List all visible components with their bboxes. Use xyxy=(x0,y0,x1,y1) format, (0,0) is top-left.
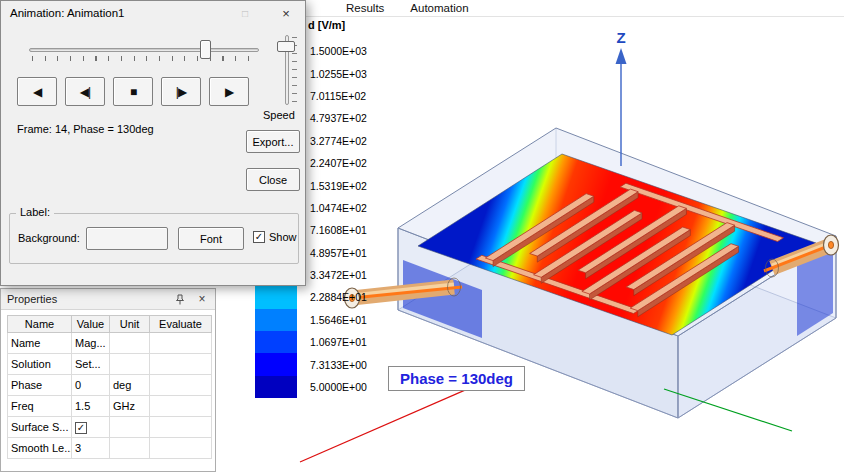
play-reverse-icon: ◀ xyxy=(33,85,41,99)
legend-entry: 1.0697E+01 xyxy=(255,331,455,353)
legend-value: 3.2774E+02 xyxy=(310,135,367,147)
frame-slider[interactable] xyxy=(27,39,261,65)
speed-slider[interactable] xyxy=(275,33,299,107)
property-unit xyxy=(110,354,150,375)
close-icon[interactable]: × xyxy=(277,5,295,21)
z-axis-label: Z xyxy=(616,29,625,46)
property-name: Smooth Le... xyxy=(8,438,72,459)
property-value[interactable]: 1.5 xyxy=(72,396,110,417)
dialog-title: Animation: Animation1 xyxy=(10,7,124,19)
property-name: Freq xyxy=(8,396,72,417)
legend-value: 4.7937E+02 xyxy=(310,112,367,124)
property-value[interactable]: Mag... xyxy=(72,333,110,354)
play-forward-icon: ▶ xyxy=(225,85,233,99)
close-panel-icon[interactable]: × xyxy=(195,292,209,306)
property-row: Freq1.5GHz xyxy=(8,396,212,417)
properties-title: Properties xyxy=(7,293,173,305)
legend-title: d [V/m] xyxy=(308,19,345,31)
legend-color-swatch xyxy=(255,353,297,375)
legend-color-swatch xyxy=(255,376,297,398)
legend-entry: 1.5646E+01 xyxy=(255,309,455,331)
legend-value: 3.3472E+01 xyxy=(310,269,367,281)
legend-value: 7.3133E+00 xyxy=(310,359,367,371)
legend-value: 5.0000E+00 xyxy=(310,381,367,393)
background-label: Background: xyxy=(18,232,80,244)
speed-slider-thumb[interactable] xyxy=(277,41,295,52)
z-axis: Z xyxy=(616,29,627,166)
legend-color-swatch xyxy=(255,286,297,308)
property-evaluate xyxy=(150,375,212,396)
label-groupbox-title: Label: xyxy=(16,206,54,218)
step-forward-button[interactable]: |▶ xyxy=(161,77,201,106)
property-name: Phase xyxy=(8,375,72,396)
speed-label: Speed xyxy=(263,109,295,121)
export-button[interactable]: Export... xyxy=(246,130,300,153)
step-back-icon: ◀| xyxy=(80,85,90,99)
legend-entry: 2.2884E+01 xyxy=(255,286,455,308)
application-window: ResultsAutomation xyxy=(0,0,844,472)
properties-table-body: NameMag...SolutionSet...Phase0degFreq1.5… xyxy=(8,333,212,459)
animation-dialog: Animation: Animation1 □ × Speed ◀◀|■|▶▶ … xyxy=(0,0,306,286)
property-unit xyxy=(110,333,150,354)
play-forward-button[interactable]: ▶ xyxy=(209,77,249,106)
maximize-icon: □ xyxy=(236,5,254,21)
property-row: NameMag... xyxy=(8,333,212,354)
column-header-unit: Unit xyxy=(110,316,150,333)
frame-slider-track[interactable] xyxy=(29,48,259,52)
legend-value: 2.2884E+01 xyxy=(310,291,367,303)
stop-button[interactable]: ■ xyxy=(113,77,153,106)
property-checkbox[interactable]: ✓ xyxy=(75,422,87,434)
menu-item-results[interactable]: Results xyxy=(346,2,384,14)
close-button[interactable]: Close xyxy=(246,168,300,191)
property-row: Phase0deg xyxy=(8,375,212,396)
pin-icon[interactable] xyxy=(173,292,187,306)
column-header-evaluate: Evaluate xyxy=(150,316,212,333)
legend-value: 1.0697E+01 xyxy=(310,336,367,348)
legend-value: 4.8957E+01 xyxy=(310,247,367,259)
legend-entry: 7.3133E+00 xyxy=(255,353,455,375)
legend-value: 2.2407E+02 xyxy=(310,157,367,169)
property-row: SolutionSet... xyxy=(8,354,212,375)
column-header-value: Value xyxy=(72,316,110,333)
property-evaluate xyxy=(150,438,212,459)
property-unit xyxy=(110,438,150,459)
property-value[interactable]: 0 xyxy=(72,375,110,396)
property-value[interactable]: 3 xyxy=(72,438,110,459)
legend-entry: 5.0000E+00 xyxy=(255,376,455,398)
dialog-titlebar[interactable]: Animation: Animation1 xyxy=(1,1,305,25)
property-value[interactable]: ✓ xyxy=(72,417,110,438)
properties-table: NameValueUnitEvaluate NameMag...Solution… xyxy=(7,315,212,459)
properties-header: Properties × xyxy=(1,289,215,310)
legend-value: 1.0255E+03 xyxy=(310,68,367,80)
property-evaluate xyxy=(150,354,212,375)
legend-value: 1.5000E+03 xyxy=(310,45,367,57)
property-unit: GHz xyxy=(110,396,150,417)
properties-header-row: NameValueUnitEvaluate xyxy=(8,316,212,333)
property-evaluate xyxy=(150,417,212,438)
step-back-button[interactable]: ◀| xyxy=(65,77,105,106)
frame-slider-ticks xyxy=(32,56,258,61)
font-button[interactable]: Font xyxy=(178,227,244,250)
property-row: Smooth Le...3 xyxy=(8,438,212,459)
menu-item-automation[interactable]: Automation xyxy=(410,2,468,14)
play-reverse-button[interactable]: ◀ xyxy=(17,77,57,106)
legend-color-swatch xyxy=(255,331,297,353)
menubar-items: ResultsAutomation xyxy=(346,2,469,14)
step-forward-icon: |▶ xyxy=(176,85,186,99)
legend-value: 1.0474E+02 xyxy=(310,202,367,214)
property-value[interactable]: Set... xyxy=(72,354,110,375)
legend-color-swatch xyxy=(255,309,297,331)
show-checkbox[interactable]: ✓ Show xyxy=(253,231,297,243)
property-evaluate xyxy=(150,333,212,354)
legend-value: 1.5646E+01 xyxy=(310,314,367,326)
background-color-button[interactable] xyxy=(86,227,168,250)
property-name: Name xyxy=(8,333,72,354)
legend-value: 7.1608E+01 xyxy=(310,224,367,236)
frame-slider-thumb[interactable] xyxy=(200,40,211,59)
legend-value: 7.0115E+02 xyxy=(310,90,366,102)
show-checkbox-box[interactable]: ✓ xyxy=(253,231,265,243)
playback-buttons: ◀◀|■|▶▶ xyxy=(17,77,249,106)
property-unit xyxy=(110,417,150,438)
stop-icon: ■ xyxy=(130,85,136,99)
properties-panel: Properties × NameValueUnitEvaluate NameM… xyxy=(0,288,216,472)
